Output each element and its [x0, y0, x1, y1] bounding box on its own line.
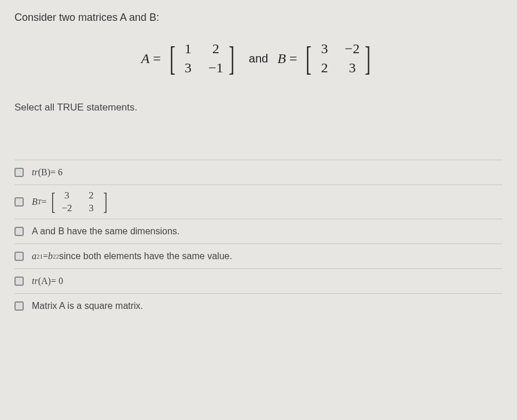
- checkbox-icon[interactable]: [14, 197, 24, 207]
- b-var: B: [32, 197, 38, 207]
- option-1-label: tr(B) = 6: [32, 167, 63, 178]
- option-5[interactable]: tr(A) = 0: [14, 268, 503, 293]
- bt-cell-21: −2: [60, 202, 75, 214]
- a-sub: 21: [36, 253, 43, 260]
- eq-sign: =: [41, 197, 46, 207]
- option-4-label: a21 = b22 since both elements have the s…: [32, 251, 232, 261]
- matrix-a-cell-21: 3: [181, 60, 196, 76]
- bracket-left-icon: [: [51, 191, 55, 213]
- b-var: b: [48, 251, 53, 261]
- checkbox-icon[interactable]: [14, 301, 24, 311]
- matrix-b-label: B: [277, 51, 286, 67]
- option-3-label: A and B have the same dimensions.: [32, 226, 179, 237]
- matrix-b-cell-12: −2: [344, 41, 360, 57]
- equals-sign: =: [153, 51, 161, 67]
- rest-text: since both elements have the same value.: [59, 251, 232, 261]
- tr-value: = 6: [50, 167, 63, 178]
- instruction-text: Select all TRUE statements.: [14, 102, 503, 113]
- matrix-a-cell-22: −1: [208, 60, 223, 76]
- bt-cell-11: 3: [60, 190, 75, 201]
- checkbox-icon[interactable]: [14, 168, 24, 177]
- checkbox-icon[interactable]: [14, 277, 24, 286]
- option-5-label: tr(A) = 0: [32, 276, 63, 286]
- matrix-a-label: A: [141, 51, 150, 67]
- matrix-a: [ 1 2 3 −1 ]: [167, 41, 237, 76]
- matrix-a-cell-12: 2: [208, 41, 223, 57]
- matrix-b-cell-11: 3: [317, 41, 332, 57]
- bt-matrix: [ 3 2 −2 3 ]: [49, 190, 109, 214]
- and-text: and: [249, 52, 268, 65]
- bt-cell-12: 2: [84, 190, 99, 201]
- tr-value: = 0: [51, 276, 63, 286]
- option-2[interactable]: BT = [ 3 2 −2 3 ]: [14, 185, 503, 219]
- matrix-a-cell-11: 1: [181, 41, 196, 57]
- transpose-sup: T: [38, 198, 42, 207]
- eq-sign: =: [43, 251, 48, 261]
- matrix-equation: A = [ 1 2 3 −1 ] and B = [ 3 −2 2 3 ]: [14, 41, 503, 76]
- option-6-label: Matrix A is a square matrix.: [32, 301, 143, 311]
- tr-label: tr: [32, 167, 38, 178]
- a-var: a: [32, 251, 36, 261]
- option-4[interactable]: a21 = b22 since both elements have the s…: [14, 244, 503, 268]
- tr-arg: (A): [38, 276, 51, 286]
- matrix-b-cell-21: 2: [317, 60, 332, 76]
- checkbox-icon[interactable]: [14, 252, 24, 261]
- bt-cell-22: 3: [84, 202, 99, 214]
- option-6[interactable]: Matrix A is a square matrix.: [14, 293, 503, 318]
- matrix-b-cell-22: 3: [344, 60, 360, 76]
- option-3[interactable]: A and B have the same dimensions.: [14, 219, 503, 244]
- bracket-right-icon: ]: [103, 191, 107, 213]
- question-prompt: Consider two matrices A and B:: [14, 12, 503, 24]
- bracket-right-icon: ]: [365, 43, 371, 74]
- option-1[interactable]: tr(B) = 6: [14, 160, 503, 185]
- tr-label: tr: [32, 276, 38, 286]
- equals-sign-b: =: [289, 51, 298, 67]
- checkbox-icon[interactable]: [14, 227, 24, 236]
- bracket-left-icon: [: [170, 43, 175, 74]
- matrix-b: [ 3 −2 2 3 ]: [303, 41, 373, 76]
- option-2-label: BT = [ 3 2 −2 3 ]: [32, 190, 112, 214]
- bracket-left-icon: [: [306, 43, 311, 74]
- b-sub: 22: [53, 253, 59, 260]
- bracket-right-icon: ]: [229, 43, 234, 74]
- tr-arg: (B): [38, 167, 50, 178]
